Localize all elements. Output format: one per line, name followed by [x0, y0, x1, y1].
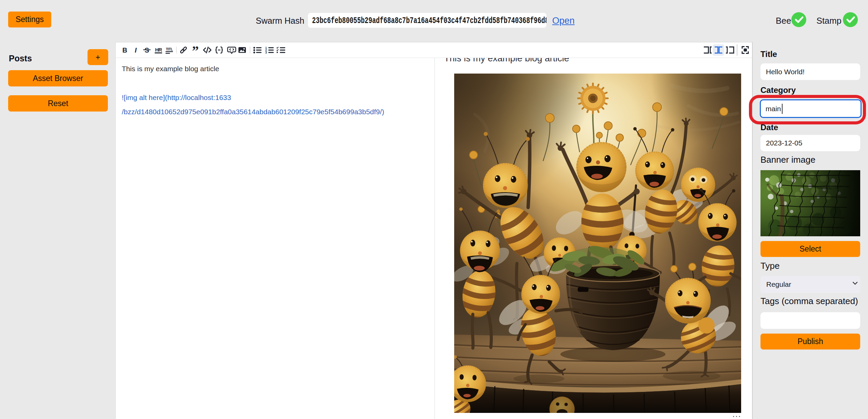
svg-text:B: B — [122, 46, 127, 54]
svg-text:HR: HR — [155, 47, 162, 53]
svg-text:”: ” — [192, 43, 199, 58]
svg-text:I: I — [135, 46, 137, 54]
svg-text:TITL: TITL — [166, 47, 173, 51]
svg-text:3: 3 — [265, 51, 267, 54]
